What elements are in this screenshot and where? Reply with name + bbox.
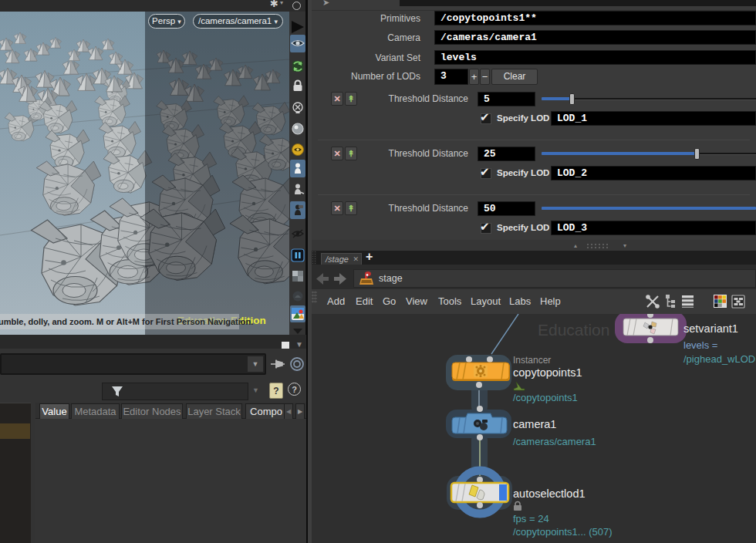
- svg-text:camera1: camera1: [513, 418, 556, 430]
- svg-text:levels =: levels =: [683, 339, 717, 351]
- svg-text:setvariant1: setvariant1: [683, 322, 738, 335]
- svg-text:copytopoints1: copytopoints1: [513, 366, 582, 379]
- svg-text:/cameras/camera1: /cameras/camera1: [513, 436, 596, 447]
- svg-text:umble, dolly, and zoom. M or A: umble, dolly, and zoom. M or Alt+M for F…: [0, 317, 253, 326]
- svg-text:fps = 24: fps = 24: [513, 513, 549, 524]
- svg-text:/pighead_wLOD: /pighead_wLOD: [683, 353, 755, 365]
- svg-text:/copytopoints1: /copytopoints1: [513, 392, 578, 403]
- svg-text:/copytopoints1... (507): /copytopoints1... (507): [513, 526, 613, 538]
- svg-text:Instancer: Instancer: [513, 355, 551, 366]
- svg-text:autoselectlod1: autoselectlod1: [513, 487, 586, 500]
